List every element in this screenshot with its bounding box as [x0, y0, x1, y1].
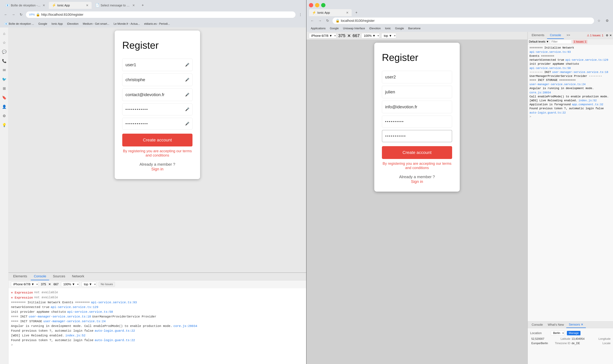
mac-tab-ionic-close[interactable]: ✕ [346, 11, 349, 14]
bookmark-ionic[interactable]: Ionic App [50, 21, 65, 26]
mac-bookmark-barcelone[interactable]: Barcelone [406, 26, 422, 31]
mac-bookmark-google-label: Google [330, 27, 339, 30]
forward-button[interactable]: → [10, 11, 17, 18]
sidebar-icon-mail[interactable]: ✉ [1, 67, 7, 73]
mac-refresh-button[interactable]: ↻ [324, 17, 331, 24]
sidebar-icon-star[interactable]: ☆ [1, 40, 7, 46]
tab-ionic-close[interactable]: ✕ [86, 3, 89, 7]
sidebar-icon-grid[interactable]: ⊞ [1, 85, 7, 91]
mac-tab-ionic[interactable]: ⚡ Ionic App ✕ [309, 9, 352, 16]
sensors-locale-value: de_DE [572, 342, 580, 345]
already-member-text-right: Already a member ? [399, 175, 435, 179]
mac-new-tab-button[interactable]: + [352, 9, 360, 16]
sidebar-icon-user[interactable]: 👤 [1, 104, 7, 110]
sidebar-icon-home[interactable]: ⌂ [1, 30, 7, 37]
rd-console-line: Events ======== [529, 54, 612, 58]
mac-devtools-button[interactable]: ⚙ [604, 17, 611, 24]
username-field-right[interactable]: user2 [382, 71, 452, 83]
mac-bookmark-uniswap[interactable]: Uniswap Interface [341, 26, 367, 31]
console-line: networkConnected true api-service.servic… [11, 305, 304, 310]
sidebar-icon-bookmark[interactable]: 🔖 [1, 95, 7, 101]
devtools-settings-icon[interactable]: ⚙ [606, 34, 608, 37]
right-devtools-tab-console[interactable]: Console [547, 32, 564, 39]
right-zoom-selector[interactable]: 100% ▼ [361, 33, 380, 38]
mac-maximize-button[interactable] [321, 3, 325, 7]
mac-bookmark-ionic[interactable]: Ionic [383, 26, 393, 31]
sidebar-icon-phone[interactable]: 📞 [1, 58, 7, 64]
bookmark-google[interactable]: Google [37, 21, 49, 26]
password-field-left[interactable]: •••••••••••• 🎤 [122, 104, 192, 115]
device-mode-selector-left[interactable]: iPhone 6/7/8 ▼ [11, 282, 39, 287]
sensors-tab-console[interactable]: Console [529, 322, 545, 328]
sensors-tab-whatsnew[interactable]: What's New [545, 322, 566, 328]
bookmark-lemonde[interactable]: Le Monde.fr - Actua... [112, 21, 142, 26]
level-selector-left[interactable]: top ▼ [82, 282, 96, 287]
mac-back-button[interactable]: ← [309, 17, 316, 24]
create-account-button-right[interactable]: Create account [382, 146, 452, 159]
bookmark-eldiario[interactable]: eldiario.es - Periodi... [142, 21, 172, 26]
sidebar-icon-twitter[interactable]: 🐦 [1, 76, 7, 82]
bookmark-idevotion[interactable]: iDevotion [65, 21, 80, 26]
phone-frame-right: Register user2 julien info@idevotion.fr … [374, 43, 460, 192]
password-field-right[interactable]: •••••••••• [382, 116, 452, 128]
refresh-button[interactable]: ↻ [18, 11, 25, 18]
sensors-content: Location Berlin Manage 52,520007 Latitud… [528, 328, 613, 347]
devtools-tab-console[interactable]: Console [31, 273, 49, 280]
email-field-right[interactable]: info@idevotion.fr [382, 101, 452, 113]
new-tab-button[interactable]: + [139, 1, 146, 9]
tab-select[interactable]: 📄 Select message to change | Di... ✕ [92, 2, 138, 9]
mac-address-bar[interactable]: 🔒 localhost:8100/register [333, 18, 594, 24]
right-level-selector-label[interactable]: Default levels ▼ [529, 40, 549, 43]
right-devtools-controls: ⚠ 1 Issues: 1 ⚙ ✕ [586, 33, 612, 37]
email-field-left[interactable]: contact@idevotion.fr 🎤 [122, 89, 192, 101]
terms-text-left: By registering you are accepting our ter… [122, 149, 192, 157]
extensions-button[interactable]: ⋮ [297, 11, 304, 18]
devtools-tab-sources[interactable]: Sources [50, 273, 68, 280]
back-button[interactable]: ← [2, 11, 9, 18]
mac-bookmark-google2[interactable]: Google [393, 26, 406, 31]
confirm-password-field-right[interactable]: ••••••••••• [382, 130, 452, 142]
sign-in-link-left[interactable]: Sign in [151, 167, 163, 171]
mac-bookmark-google[interactable]: Google [328, 26, 341, 31]
left-content-area: Register user1 🎤 christophe 🎤 [9, 27, 306, 364]
mac-close-button[interactable] [309, 3, 313, 7]
mac-forward-button[interactable]: → [317, 17, 323, 24]
confirm-password-field-left[interactable]: •••••••••••• 🎤 [122, 118, 192, 130]
right-console-toolbar: Default levels ▼ 1 Issues: 1 [528, 39, 613, 45]
sidebar-icon-info[interactable]: 💡 [1, 122, 7, 128]
zoom-selector-left[interactable]: 100% ▼ [61, 282, 79, 287]
bookmark-ionic-label: Ionic App [52, 22, 63, 26]
sidebar-icon-chat[interactable]: 💬 [1, 49, 7, 55]
tab-zoho[interactable]: 📧 Boîte de réception - Zoho Mai... ✕ [2, 2, 48, 9]
mac-bookmark-idevotion[interactable]: iDevotion [367, 26, 383, 31]
address-bar[interactable]: VPN 🔒 http://localhost:8100/register [26, 12, 295, 18]
right-level-selector[interactable]: top ▼ [381, 33, 396, 38]
tab-select-close[interactable]: ✕ [132, 3, 135, 7]
sensors-location-select[interactable]: Berlin [551, 331, 564, 336]
right-filter-input[interactable] [550, 40, 572, 44]
devtools-close-icon[interactable]: ✕ [610, 34, 612, 37]
sensors-tab-sensors[interactable]: Sensors ✕ [566, 321, 586, 328]
mac-minimize-button[interactable] [315, 3, 319, 7]
sidebar-icon-settings[interactable]: ⚙ [1, 113, 7, 119]
right-devtools-tab-more[interactable]: >> [564, 32, 573, 39]
username-field-left[interactable]: user1 🎤 [122, 59, 192, 71]
tab-zoho-close[interactable]: ✕ [43, 3, 45, 7]
right-device-mode-selector[interactable]: iPhone 6/7/8 ▼ [309, 33, 336, 38]
tab-ionic[interactable]: ⚡ Ionic App ✕ [49, 2, 92, 9]
password-value-left: •••••••••••• [125, 107, 148, 112]
sensors-manage-button[interactable]: Manage [567, 331, 581, 335]
create-account-button-left[interactable]: Create account [122, 134, 192, 146]
devtools-tab-elements[interactable]: Elements [10, 273, 30, 280]
bookmarks-bar: 📧 Boîte de réception ... Google Ionic Ap… [2, 20, 304, 27]
right-devtools-tab-elements[interactable]: Elements [529, 32, 547, 39]
name-field-left[interactable]: christophe 🎤 [122, 74, 192, 86]
name-field-right[interactable]: julien [382, 86, 452, 98]
sign-in-link-right[interactable]: Sign in [411, 179, 423, 184]
bookmark-zoho[interactable]: 📧 Boîte de réception ... [2, 21, 36, 26]
mac-favorites-button[interactable]: ☆ [596, 17, 602, 24]
mac-bookmark-applications[interactable]: Applications [309, 26, 327, 31]
sensors-data-grid: 52,520007 Latitude 13,404954 Longitude E… [531, 337, 611, 345]
bookmark-medium[interactable]: Medium - Get smart... [81, 21, 111, 26]
devtools-tab-network[interactable]: Network [69, 273, 87, 280]
